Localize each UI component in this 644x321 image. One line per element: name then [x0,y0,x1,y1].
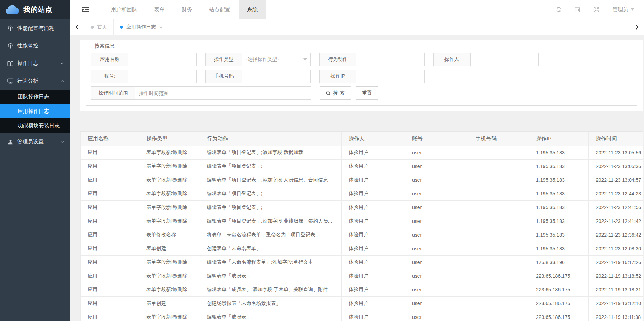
table-cell: 编辑表单「成员表」; [200,269,342,283]
column-header-0: 应用名称 [81,132,139,146]
table-row[interactable]: 应用表单字段新增/删除编辑表单「项目登记表」;体验用户user1.195.35.… [81,159,643,173]
table-row[interactable]: 应用表单字段新增/删除编辑表单「成员表」;体验用户user223.65.186.… [81,269,643,283]
sidebar-item-2[interactable]: 操作日志 [0,54,70,72]
tabs-scroll-left-icon[interactable] [70,19,84,35]
ip-label: 操作IP [319,70,356,83]
table-cell: 223.65.186.175 [529,283,589,296]
table-cell: 2022-11-23 12:41:56 [589,200,643,214]
search-row-3: 操作时间范围 搜 索 重置 [91,86,632,100]
field-time-range: 操作时间范围 [91,86,311,100]
table-cell: 表单字段新增/删除 [139,310,200,321]
table-cell: user [405,228,468,242]
table-cell: 表单字段新增/删除 [139,187,200,200]
content-area: 搜索信息 应用名称 操作类型 -选择操作类型- [70,35,644,321]
account-input[interactable] [128,70,197,83]
table-cell: user [405,296,468,310]
table-cell: 编辑表单「未命名流程表单」;添加字段:单行文本 [200,255,342,269]
sidebar-subitem-4[interactable]: 团队操作日志 [0,90,70,104]
signal-icon [7,25,14,31]
table-cell: 1.195.35.183 [529,146,589,159]
signal-icon [7,43,14,49]
top-nav-item-2[interactable]: 财务 [173,0,201,19]
table-row[interactable]: 应用表单修改名称将表单「未命名流程表单」重命名为「项目登记表」体验用户user1… [81,228,643,242]
menu-item-label: 应用操作日志 [18,108,49,115]
app-name-input[interactable] [128,53,197,66]
table-row[interactable]: 应用表单字段新增/删除编辑表单「项目登记表」;体验用户user1.195.35.… [81,187,643,200]
table-row[interactable]: 应用表单字段新增/删除编辑表单「项目登记表」;添加字段:业绩归属、签约人员...… [81,214,643,228]
user-menu[interactable]: 管理员 [612,6,634,13]
account-label: 账号: [91,70,128,83]
table-row[interactable]: 应用表单字段新增/删除编辑表单「成员表」;体验用户user223.65.186.… [81,310,643,321]
sidebar-collapse-icon[interactable] [82,7,89,12]
table-cell [468,200,529,214]
table-row[interactable]: 应用表单字段新增/删除编辑表单「项目登记表」;添加字段:人员信息、合同信息体验用… [81,173,643,187]
time-range-input[interactable] [135,86,311,100]
table-row[interactable]: 应用表单字段新增/删除编辑表单「项目登记表」;添加字段:数据加载体验用户user… [81,146,643,159]
tab-0[interactable]: 首页 [84,19,114,35]
table-cell: user [405,214,468,228]
table-cell: 体验用户 [342,255,405,269]
sidebar-subitem-5[interactable]: 应用操作日志 [0,104,70,118]
top-nav-item-3[interactable]: 站点配置 [201,0,239,19]
app-name-label: 应用名称 [91,53,128,66]
field-op-type: 操作类型 -选择操作类型- [205,53,311,66]
sidebar-item-0[interactable]: 性能配置与消耗 [0,19,70,37]
table-cell: 应用 [81,269,139,283]
table-cell [468,146,529,159]
table-cell: 175.8.33.196 [529,255,589,269]
refresh-icon[interactable] [556,7,562,12]
fullscreen-icon[interactable] [594,7,599,12]
ip-input[interactable] [356,70,425,83]
menu-item-label: 性能监控 [17,43,38,49]
menu-item-label: 性能配置与消耗 [17,25,54,32]
log-table-panel: 应用名称操作类型行为动作操作人账号手机号码操作IP操作时间 应用表单字段新增/删… [80,114,643,321]
table-cell: 应用 [81,173,139,187]
operator-label: 操作人 [433,53,470,66]
top-nav-item-0[interactable]: 用户和团队 [102,0,146,19]
table-cell: 体验用户 [342,310,405,321]
table-cell: 1.195.35.183 [529,173,589,187]
table-cell: user [405,173,468,187]
table-cell: user [405,269,468,283]
op-type-select[interactable]: -选择操作类型- [242,53,311,66]
table-cell: 编辑表单「项目登记表」;添加字段:人员信息、合同信息 [200,173,342,187]
table-cell [468,269,529,283]
top-nav-item-1[interactable]: 表单 [146,0,173,19]
menu-item-label: 团队操作日志 [18,94,49,100]
table-body: 应用表单字段新增/删除编辑表单「项目登记表」;添加字段:数据加载体验用户user… [81,146,643,321]
action-input[interactable] [356,53,425,66]
table-row[interactable]: 应用表单字段新增/删除编辑表单「成员表」;添加字段:子表单、关联查询、附件体验用… [81,283,643,296]
trash-icon[interactable] [575,7,580,12]
table-cell: 2022-11-23 13:05:56 [589,146,643,159]
operator-input[interactable] [470,53,539,66]
tab-close-icon[interactable]: × [159,24,163,30]
search-button[interactable]: 搜 索 [320,86,351,100]
table-row[interactable]: 应用表单创建创建场景报表「未命名场景报表」体验用户user223.65.186.… [81,296,643,310]
sidebar-subitem-6[interactable]: 功能模块安装日志 [0,118,70,133]
column-header-4: 账号 [405,132,468,146]
table-cell [468,242,529,255]
caret-down-icon [303,58,307,60]
top-nav-item-4[interactable]: 系统 [239,0,266,19]
table-row[interactable]: 应用表单字段新增/删除编辑表单「未命名流程表单」;添加字段:单行文本体验用户us… [81,255,643,269]
column-header-7: 操作时间 [589,132,643,146]
chevron-down-icon [60,141,64,143]
sidebar-item-7[interactable]: 管理员设置 [0,133,70,150]
header-tools: 管理员 [556,6,644,13]
field-action: 行为动作 [319,53,425,66]
table-cell [468,228,529,242]
sidebar-item-3[interactable]: 行为分析 [0,72,70,90]
table-row[interactable]: 应用表单创建创建表单「未命名表单」体验用户user1.195.35.183202… [81,242,643,255]
reset-button[interactable]: 重置 [356,86,378,100]
search-row-2: 账号: 手机号码 操作IP [91,70,632,83]
tabs-scroll-right-icon[interactable] [630,19,644,35]
table-row[interactable]: 应用表单字段新增/删除编辑表单「项目登记表」;体验用户user1.195.35.… [81,200,643,214]
tab-bar: 首页应用操作日志× [70,19,644,35]
caret-down-icon [631,8,634,11]
phone-input[interactable] [242,70,311,83]
column-header-6: 操作IP [529,132,589,146]
table-cell: 223.65.186.175 [529,310,589,321]
tab-1[interactable]: 应用操作日志× [114,19,169,35]
sidebar-item-1[interactable]: 性能监控 [0,37,70,54]
table-cell: 1.195.35.183 [529,159,589,173]
